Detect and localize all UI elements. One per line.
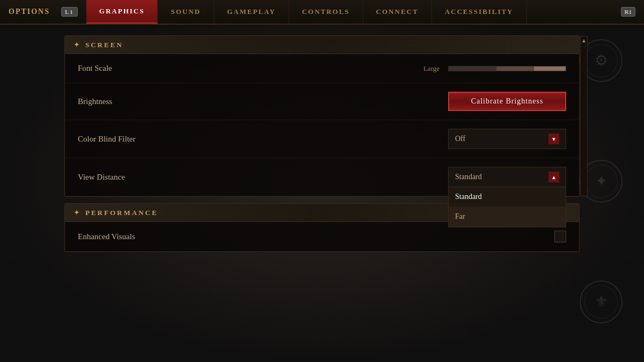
tab-accessibility[interactable]: ACCESSIBILITY bbox=[432, 0, 527, 24]
view-distance-option-far[interactable]: Far bbox=[449, 207, 566, 227]
scroll-indicator[interactable]: ▲ bbox=[580, 36, 588, 196]
l1-badge: L1 bbox=[61, 7, 78, 17]
screen-panel: ▲ ✦ SCREEN Font Scale Large bbox=[64, 35, 580, 197]
slider-segment-dark bbox=[449, 67, 496, 71]
screen-section-title: SCREEN bbox=[85, 41, 123, 49]
performance-section-icon: ✦ bbox=[74, 208, 80, 217]
scroll-up-arrow[interactable]: ▲ bbox=[581, 36, 587, 44]
tab-connect[interactable]: CONNECT bbox=[363, 0, 432, 24]
brightness-row: Brightness Calibrate Brightness bbox=[65, 83, 579, 120]
r1-section: R1 bbox=[612, 0, 644, 24]
slider-segment-light bbox=[534, 67, 566, 71]
color-blind-filter-arrow[interactable]: ▼ bbox=[548, 134, 559, 144]
screen-settings-list: Font Scale Large Brightness Calibrate Br… bbox=[65, 54, 579, 196]
font-scale-control: Large bbox=[423, 64, 566, 73]
tab-graphics[interactable]: GRAPHICS bbox=[86, 0, 158, 24]
r1-badge: R1 bbox=[621, 7, 635, 17]
tab-sound[interactable]: SOUND bbox=[158, 0, 214, 24]
view-distance-label: View Distance bbox=[78, 173, 448, 182]
view-distance-dropdown[interactable]: Standard ▲ Standard Far bbox=[448, 167, 566, 187]
color-blind-filter-control: Off ▼ bbox=[448, 129, 566, 149]
slider-segment-mid bbox=[496, 67, 533, 71]
font-scale-row: Font Scale Large bbox=[65, 54, 579, 83]
color-blind-filter-selected[interactable]: Off ▼ bbox=[448, 129, 566, 149]
view-distance-option-standard[interactable]: Standard bbox=[449, 187, 566, 207]
nav-tabs: GRAPHICS SOUND GAMEPLAY CONTROLS CONNECT… bbox=[86, 0, 612, 24]
view-distance-control: Standard ▲ Standard Far bbox=[448, 167, 566, 187]
main-content: ▲ ✦ SCREEN Font Scale Large bbox=[0, 25, 644, 263]
color-blind-filter-row: Color Blind Filter Off ▼ bbox=[65, 120, 579, 158]
color-blind-filter-label: Color Blind Filter bbox=[78, 135, 448, 144]
options-label: OPTIONS bbox=[9, 8, 50, 16]
view-distance-selected[interactable]: Standard ▲ bbox=[448, 167, 566, 187]
font-scale-value: Large bbox=[423, 64, 440, 73]
color-blind-filter-value: Off bbox=[455, 135, 465, 143]
brightness-control: Calibrate Brightness bbox=[448, 92, 566, 111]
font-scale-label: Font Scale bbox=[78, 64, 423, 73]
tab-gameplay[interactable]: GAMEPLAY bbox=[214, 0, 289, 24]
color-blind-filter-dropdown[interactable]: Off ▼ bbox=[448, 129, 566, 149]
performance-section-title: PERFORMANCE bbox=[85, 209, 158, 217]
enhanced-visuals-label: Enhanced Visuals bbox=[78, 232, 554, 241]
calibrate-brightness-button[interactable]: Calibrate Brightness bbox=[448, 92, 566, 111]
brightness-label: Brightness bbox=[78, 97, 448, 106]
nav-bar: OPTIONS L1 GRAPHICS SOUND GAMEPLAY CONTR… bbox=[0, 0, 644, 25]
view-distance-arrow[interactable]: ▲ bbox=[548, 172, 559, 182]
ornament-bottom: ⚜ bbox=[580, 280, 623, 323]
view-distance-menu: Standard Far bbox=[448, 187, 566, 227]
options-section: OPTIONS L1 bbox=[0, 0, 86, 24]
screen-section-icon: ✦ bbox=[74, 40, 80, 49]
font-scale-slider[interactable] bbox=[448, 66, 566, 71]
view-distance-value: Standard bbox=[455, 173, 482, 181]
enhanced-visuals-checkbox[interactable] bbox=[554, 231, 566, 242]
view-distance-row: View Distance Standard ▲ Standard Far bbox=[65, 158, 579, 196]
enhanced-visuals-control bbox=[554, 231, 566, 242]
tab-controls[interactable]: CONTROLS bbox=[289, 0, 363, 24]
screen-section-header: ✦ SCREEN bbox=[65, 36, 579, 54]
